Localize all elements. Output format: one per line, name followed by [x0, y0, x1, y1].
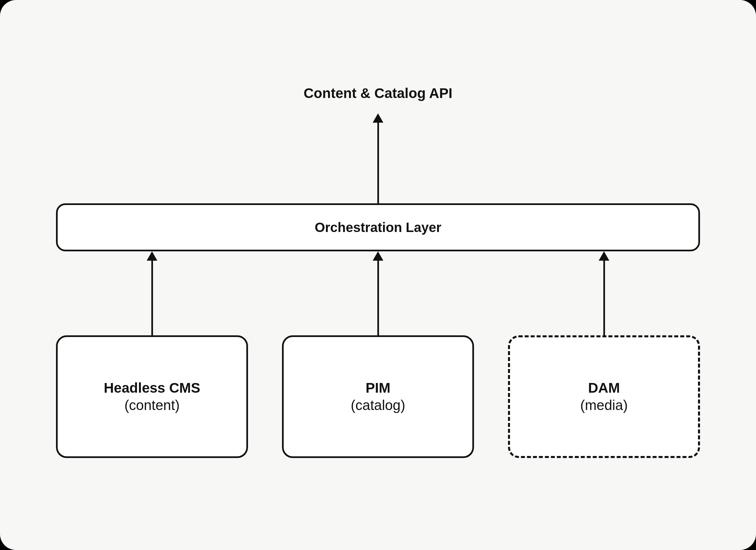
api-title: Content & Catalog API [0, 85, 756, 101]
arrow-pim-to-orchestration [371, 251, 385, 335]
cms-title: Headless CMS [104, 379, 200, 397]
arrow-dam-to-orchestration [597, 251, 611, 335]
dam-box: DAM (media) [508, 335, 700, 458]
diagram-canvas: Content & Catalog API Orchestration Laye… [0, 0, 756, 550]
pim-subtitle: (catalog) [351, 397, 405, 414]
arrow-up-icon [147, 251, 157, 261]
orchestration-label: Orchestration Layer [315, 220, 441, 235]
arrow-orchestration-to-api [371, 113, 385, 203]
cms-subtitle: (content) [124, 397, 180, 414]
orchestration-layer-box: Orchestration Layer [56, 203, 700, 251]
arrow-up-icon [599, 251, 609, 261]
pim-title: PIM [366, 379, 391, 397]
pim-box: PIM (catalog) [282, 335, 474, 458]
dam-subtitle: (media) [580, 397, 628, 414]
arrow-up-icon [373, 113, 383, 123]
arrow-up-icon [373, 251, 383, 261]
headless-cms-box: Headless CMS (content) [56, 335, 248, 458]
dam-title: DAM [588, 379, 620, 397]
arrow-cms-to-orchestration [145, 251, 159, 335]
